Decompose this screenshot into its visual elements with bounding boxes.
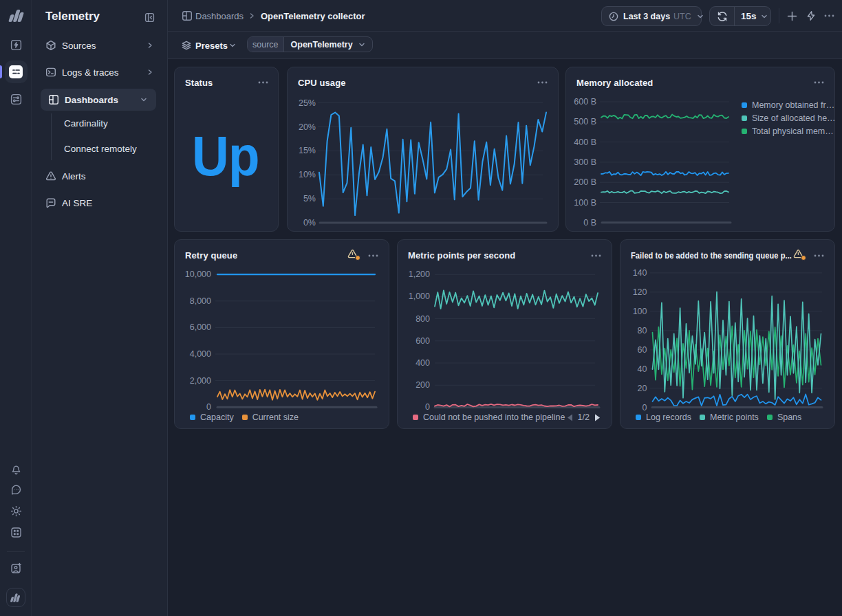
svg-text:25%: 25% — [299, 98, 316, 108]
svg-text:400: 400 — [415, 358, 430, 368]
svg-text:10%: 10% — [299, 170, 316, 179]
svg-text:40: 40 — [638, 364, 647, 374]
svg-text:200 B: 200 B — [574, 177, 596, 187]
svg-text:600: 600 — [415, 336, 430, 346]
svg-text:8,000: 8,000 — [190, 296, 211, 306]
svg-text:60: 60 — [638, 345, 647, 355]
svg-text:1,200: 1,200 — [409, 270, 430, 279]
svg-text:200: 200 — [415, 380, 430, 390]
svg-text:5%: 5% — [303, 194, 316, 204]
svg-text:0 B: 0 B — [583, 218, 596, 228]
svg-text:0%: 0% — [303, 218, 316, 228]
svg-text:20: 20 — [638, 384, 647, 393]
svg-text:20%: 20% — [299, 122, 316, 132]
svg-text:10,000: 10,000 — [185, 270, 211, 279]
svg-text:0: 0 — [425, 402, 430, 412]
svg-text:100: 100 — [633, 307, 647, 316]
svg-text:0: 0 — [206, 402, 211, 412]
svg-text:4,000: 4,000 — [190, 349, 211, 359]
svg-text:80: 80 — [638, 326, 647, 336]
svg-text:0: 0 — [643, 403, 647, 412]
svg-text:6,000: 6,000 — [190, 322, 211, 332]
svg-text:140: 140 — [633, 268, 647, 278]
svg-text:100 B: 100 B — [574, 198, 596, 208]
svg-text:300 B: 300 B — [574, 157, 596, 167]
svg-text:15%: 15% — [299, 146, 316, 155]
svg-text:400 B: 400 B — [574, 138, 596, 147]
svg-text:800: 800 — [415, 314, 430, 324]
svg-text:2,000: 2,000 — [190, 376, 211, 386]
svg-text:600 B: 600 B — [574, 97, 596, 107]
svg-text:120: 120 — [633, 287, 647, 297]
svg-text:1,000: 1,000 — [409, 292, 430, 301]
svg-text:500 B: 500 B — [574, 117, 596, 126]
